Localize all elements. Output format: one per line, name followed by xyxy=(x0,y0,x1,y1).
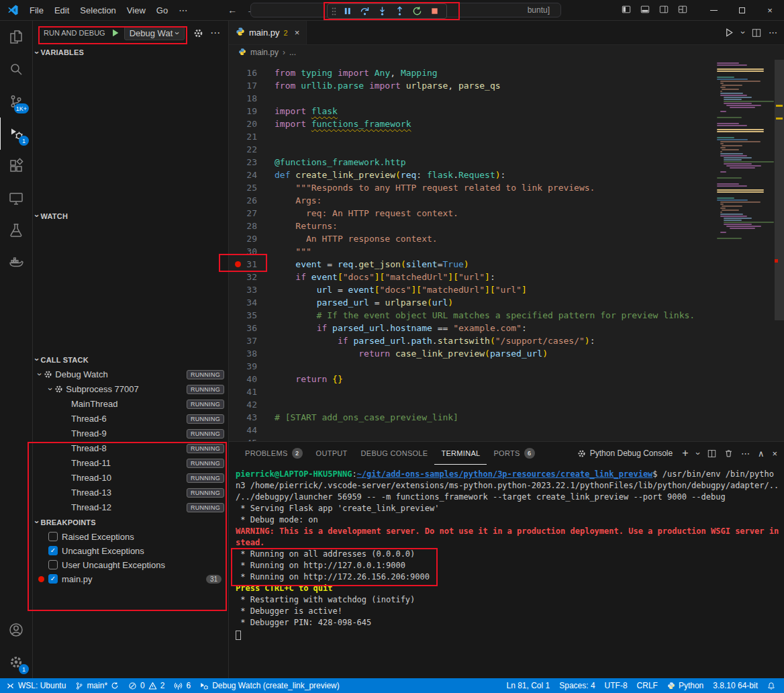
activitybar-search[interactable] xyxy=(0,53,32,85)
breadcrumb-file[interactable]: main.py xyxy=(250,48,279,57)
activitybar-accounts[interactable] xyxy=(0,614,32,646)
code-line[interactable]: 31 event = req.get_json(silent=True) xyxy=(229,258,714,271)
line-number[interactable]: 16 xyxy=(229,66,275,79)
editor-scrollbar[interactable] xyxy=(775,60,784,441)
line-number[interactable]: 19 xyxy=(229,105,275,118)
code-text[interactable]: parsed_url = urlparse(url) xyxy=(275,296,453,309)
code-line[interactable]: 29 An HTTP response context. xyxy=(229,232,714,245)
code-line[interactable]: 32 if event["docs"]["matchedUrl"]["url"]… xyxy=(229,271,714,283)
maximize-button[interactable] xyxy=(728,0,756,20)
activitybar-docker[interactable] xyxy=(0,246,32,279)
step-over-button[interactable] xyxy=(356,4,373,18)
code-text[interactable]: def create_link_preview(req: flask.Reque… xyxy=(275,169,505,181)
menu-overflow[interactable]: ⋯ xyxy=(173,3,193,17)
editor-more-actions[interactable]: ⋯ xyxy=(769,28,777,38)
line-number[interactable]: 38 xyxy=(229,347,275,360)
callstack-item[interactable]: ›Debug WatchRUNNING xyxy=(33,367,228,382)
customize-layout-icon[interactable] xyxy=(678,5,687,16)
close-panel-icon[interactable]: × xyxy=(772,449,777,459)
close-button[interactable]: × xyxy=(756,0,784,20)
code-line[interactable]: 22 xyxy=(229,143,714,156)
menu-go[interactable]: Go xyxy=(151,3,173,17)
line-number[interactable]: 36 xyxy=(229,322,275,334)
line-number[interactable]: 35 xyxy=(229,309,275,322)
code-line[interactable]: 25 """Responds to any HTTP request relat… xyxy=(229,181,714,194)
code-text[interactable]: req: An HTTP request context. xyxy=(275,207,458,220)
line-number[interactable]: 17 xyxy=(229,79,275,92)
breakpoint-item[interactable]: Raised Exceptions xyxy=(33,530,228,544)
code-line[interactable]: 24def create_link_preview(req: flask.Req… xyxy=(229,169,714,181)
callstack-item[interactable]: Thread-13RUNNING xyxy=(33,486,228,500)
toggle-sidebar-left-icon[interactable] xyxy=(622,5,631,16)
code-text[interactable]: """Responds to any HTTP request related … xyxy=(275,181,595,194)
activitybar-explorer[interactable] xyxy=(0,21,32,53)
line-number[interactable]: 39 xyxy=(229,360,275,373)
callstack-item[interactable]: Thread-10RUNNING xyxy=(33,471,228,486)
section-variables[interactable]: › VARIABLES xyxy=(33,45,228,60)
line-number[interactable]: 23 xyxy=(229,156,275,169)
breakpoint-checkbox[interactable] xyxy=(48,560,58,569)
code-line[interactable]: 20import functions_framework xyxy=(229,118,714,130)
line-number[interactable]: 28 xyxy=(229,220,275,232)
toggle-sidebar-right-icon[interactable] xyxy=(659,5,669,16)
line-number[interactable]: 42 xyxy=(229,398,275,411)
panel-tab-problems[interactable]: PROBLEMS2 xyxy=(238,442,309,465)
code-line[interactable]: 27 req: An HTTP request context. xyxy=(229,207,714,220)
code-line[interactable]: 21 xyxy=(229,130,714,143)
toggle-panel-bottom-icon[interactable] xyxy=(640,5,650,16)
code-line[interactable]: 41 xyxy=(229,385,714,398)
code-line[interactable]: 19import flask xyxy=(229,105,714,118)
code-text[interactable]: if event["docs"]["matchedUrl"]["url"]: xyxy=(275,271,495,283)
breakpoint-checkbox[interactable] xyxy=(48,532,58,541)
callstack-item[interactable]: Thread-8RUNNING xyxy=(33,441,228,456)
line-number[interactable]: 34 xyxy=(229,296,275,309)
status-python-interpreter[interactable]: 3.8.10 64-bit xyxy=(708,678,763,693)
line-number[interactable]: 40 xyxy=(229,373,275,385)
line-number[interactable]: 25 xyxy=(229,181,275,194)
code-line[interactable]: 45 xyxy=(229,436,714,441)
line-number[interactable]: 21 xyxy=(229,130,275,143)
line-number[interactable]: 44 xyxy=(229,424,275,436)
tab-main-py[interactable]: main.py 2 × xyxy=(229,21,307,44)
minimap[interactable] xyxy=(714,60,775,441)
breakpoint-checkbox[interactable]: ✓ xyxy=(48,546,58,555)
panel-tab-terminal[interactable]: TERMINAL xyxy=(434,442,487,465)
breadcrumb[interactable]: main.py › ... xyxy=(229,45,784,60)
code-line[interactable]: 36 if parsed_url.hostname == "example.co… xyxy=(229,322,714,334)
code-line[interactable]: 28 Returns: xyxy=(229,220,714,232)
maximize-panel-icon[interactable]: ∧ xyxy=(758,449,765,459)
scrollbar-thumb[interactable] xyxy=(775,60,784,320)
line-number[interactable]: 24 xyxy=(229,169,275,181)
code-line[interactable]: 37 if parsed_url.path.startswith("/suppo… xyxy=(229,334,714,347)
line-number[interactable]: 30 xyxy=(229,245,275,258)
code-text[interactable]: from urllib.parse import urlparse, parse… xyxy=(275,79,501,92)
breakpoint-dot-icon[interactable] xyxy=(235,261,241,267)
line-number[interactable]: 37 xyxy=(229,334,275,347)
code-text[interactable]: return case_link_preview(parsed_url) xyxy=(275,347,548,360)
code-text[interactable]: import flask xyxy=(275,105,338,118)
activitybar-testing[interactable] xyxy=(0,214,32,246)
callstack-item[interactable]: Thread-9RUNNING xyxy=(33,426,228,441)
code-text[interactable]: """ xyxy=(275,245,311,258)
code-line[interactable]: 33 url = event["docs"]["matchedUrl"]["ur… xyxy=(229,283,714,296)
code-line[interactable]: 23@functions_framework.http xyxy=(229,156,714,169)
code-line[interactable]: 42 xyxy=(229,398,714,411)
line-number[interactable]: 41 xyxy=(229,385,275,398)
line-number[interactable]: 26 xyxy=(229,194,275,207)
status-language-mode[interactable]: Python xyxy=(663,678,708,693)
status-cursor-position[interactable]: Ln 81, Col 1 xyxy=(501,678,554,693)
activitybar-remote-explorer[interactable] xyxy=(0,182,32,214)
status-notifications[interactable] xyxy=(763,678,780,693)
split-editor-icon[interactable] xyxy=(752,28,761,38)
code-text[interactable]: url = event["docs"]["matchedUrl"]["url"] xyxy=(275,283,527,296)
breakpoint-checkbox[interactable]: ✓ xyxy=(48,574,58,584)
status-remote[interactable]: WSL: Ubuntu xyxy=(1,678,70,693)
code-text[interactable]: return {} xyxy=(275,373,343,385)
code-line[interactable]: 35 # If the event object URL matches a s… xyxy=(229,309,714,322)
status-encoding[interactable]: UTF-8 xyxy=(600,678,632,693)
minimize-button[interactable] xyxy=(699,0,728,20)
line-number[interactable]: 22 xyxy=(229,143,275,156)
callstack-item[interactable]: Thread-6RUNNING xyxy=(33,412,228,426)
code-text[interactable]: # [START add_ons_case_preview_link] xyxy=(275,411,458,424)
callstack-item[interactable]: MainThreadRUNNING xyxy=(33,397,228,412)
